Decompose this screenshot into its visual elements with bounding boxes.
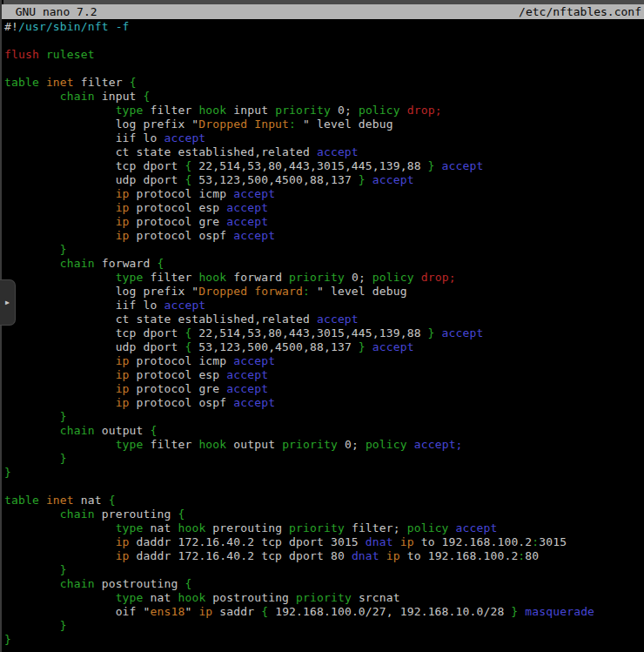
syntax-token: chain	[60, 90, 95, 103]
syntax-token: accept	[233, 396, 275, 409]
syntax-token	[4, 201, 116, 214]
syntax-token: 3015	[539, 535, 567, 548]
editor-line: log prefix "Dropped forward: " level deb…	[4, 285, 644, 299]
syntax-token: ip	[386, 549, 400, 562]
editor-line: chain postrouting {	[4, 577, 644, 591]
syntax-token: }	[60, 243, 67, 256]
syntax-token: log prefix "	[4, 285, 198, 298]
syntax-token: }	[60, 410, 67, 423]
syntax-token: type	[116, 104, 144, 117]
editor-line: ip protocol gre accept	[4, 382, 644, 396]
syntax-token: :	[289, 118, 296, 131]
syntax-token: udp dport	[4, 173, 184, 186]
syntax-token	[4, 104, 116, 117]
syntax-token: 22,514,53,80,443,3015,445,139,88	[191, 326, 427, 339]
syntax-token: }	[359, 340, 366, 353]
syntax-token	[39, 48, 46, 61]
syntax-token: 53,123,500,4500,88,137	[191, 340, 358, 353]
nano-version-label: GNU nano 7.2	[2, 5, 97, 18]
syntax-token: priority	[289, 521, 345, 534]
nano-titlebar: GNU nano 7.2 /etc/nftables.conf	[2, 4, 644, 19]
syntax-token: filter	[74, 76, 130, 89]
syntax-token: ip	[116, 368, 130, 381]
syntax-token: ip	[116, 354, 130, 367]
syntax-token: nat	[144, 521, 178, 534]
editor-line: chain output {	[4, 424, 644, 438]
syntax-token	[4, 354, 116, 367]
syntax-token	[4, 507, 60, 521]
syntax-token: }	[428, 326, 435, 339]
syntax-token: drop;	[407, 104, 442, 117]
syntax-token	[4, 243, 60, 256]
syntax-token: nat	[74, 494, 109, 507]
editor-line: table inet nat {	[4, 494, 644, 507]
syntax-token: postrouting	[95, 577, 185, 590]
syntax-token: {	[109, 494, 116, 507]
syntax-token: ip	[116, 549, 130, 562]
syntax-token: output	[95, 424, 151, 437]
editor-line: }	[4, 466, 644, 480]
editor-line: type filter hook forward priority 0; pol…	[4, 271, 644, 285]
editor-content[interactable]: #!/usr/sbin/nft -f flush ruleset table i…	[4, 20, 644, 652]
syntax-token: {	[130, 76, 137, 89]
syntax-token: policy	[359, 104, 400, 117]
syntax-token: ip	[116, 187, 130, 200]
syntax-token: }	[4, 466, 11, 479]
syntax-token: tcp dport	[4, 159, 184, 172]
chevron-right-icon: ▶	[5, 299, 10, 306]
syntax-token: chain	[60, 577, 95, 590]
syntax-token	[4, 396, 116, 409]
syntax-token: nat	[144, 591, 178, 604]
syntax-token	[4, 382, 116, 395]
syntax-token: accept	[372, 340, 414, 353]
syntax-token: to 192.168.100.2	[414, 535, 533, 548]
terminal-left-edge	[0, 0, 2, 652]
syntax-token: forward	[226, 271, 289, 284]
syntax-token: 192.168.100.0/27, 192.168.10.0/28	[268, 605, 511, 618]
syntax-token: /usr/sbin/nft -f	[18, 20, 130, 33]
syntax-token: accept	[317, 313, 359, 326]
syntax-token: daddr 172.16.40.2 tcp dport 3015	[130, 535, 366, 548]
syntax-token: }	[60, 452, 67, 465]
syntax-token: 0;	[338, 438, 366, 451]
syntax-token: {	[178, 507, 184, 521]
syntax-token: hook	[198, 104, 226, 117]
syntax-token: accept	[233, 229, 275, 242]
console-side-tab[interactable]: ▶	[0, 279, 16, 326]
syntax-token: accept	[442, 159, 484, 172]
syntax-token: ip	[400, 535, 414, 548]
syntax-token: protocol icmp	[130, 354, 234, 367]
syntax-token: type	[116, 521, 144, 534]
syntax-token: oif "	[4, 605, 151, 618]
syntax-token: iif lo	[4, 131, 164, 145]
syntax-token: priority	[296, 591, 352, 604]
syntax-token: prerouting	[205, 521, 289, 534]
syntax-token	[4, 521, 116, 534]
editor-line: type filter hook output priority 0; poli…	[4, 438, 644, 452]
syntax-token: policy	[407, 521, 449, 534]
syntax-token: table	[4, 494, 39, 507]
syntax-token: chain	[60, 424, 95, 437]
syntax-token	[4, 452, 60, 465]
syntax-token	[449, 521, 456, 534]
syntax-token: #!	[4, 20, 18, 33]
syntax-token: 0;	[345, 271, 372, 284]
syntax-token	[4, 438, 116, 451]
syntax-token: filter	[144, 104, 199, 117]
syntax-token: accept	[164, 299, 205, 312]
editor-line: log prefix "Dropped Input: " level debug	[4, 118, 644, 131]
syntax-token: saddr	[212, 605, 261, 618]
syntax-token: accept	[372, 173, 414, 186]
syntax-token: :	[303, 285, 310, 298]
syntax-token: type	[116, 271, 144, 284]
editor-line: ip protocol icmp accept	[4, 354, 644, 368]
editor-line: ip daddr 172.16.40.2 tcp dport 3015 dnat…	[4, 535, 644, 549]
syntax-token	[4, 410, 60, 423]
syntax-token: 53,123,500,4500,88,137	[191, 173, 358, 186]
syntax-token: accept	[442, 326, 484, 339]
syntax-token: forward	[95, 257, 158, 270]
syntax-token: {	[184, 577, 191, 590]
editor-line: }	[4, 243, 644, 257]
syntax-token: Dropped forward	[198, 285, 303, 298]
editor-line: udp dport { 53,123,500,4500,88,137 } acc…	[4, 173, 644, 187]
